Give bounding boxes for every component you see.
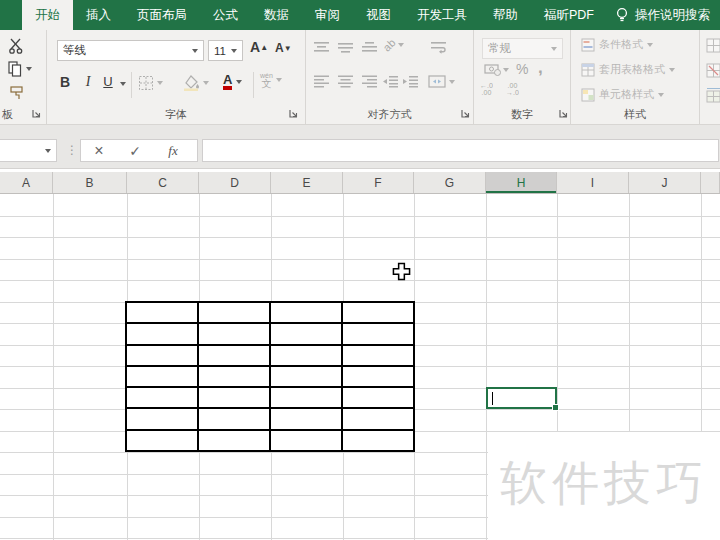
tab-审阅[interactable]: 审阅 <box>302 0 353 30</box>
cut-button[interactable] <box>8 38 25 54</box>
conditional-formatting-button[interactable]: 条件格式 <box>581 37 653 52</box>
decrease-decimal-button[interactable]: .00 →.0 <box>506 82 519 96</box>
table-cell[interactable] <box>126 323 198 344</box>
column-header-A[interactable]: A <box>0 172 53 193</box>
cell-styles-button[interactable]: 单元格样式 <box>581 87 664 102</box>
table-cell[interactable] <box>342 366 414 387</box>
sheet-grid[interactable]: 软件技巧 <box>0 194 720 540</box>
table-cell[interactable] <box>126 408 198 429</box>
top-align-button[interactable] <box>313 41 330 54</box>
tab-开始[interactable]: 开始 <box>22 0 73 30</box>
table-cell[interactable] <box>270 323 342 344</box>
increase-decimal-button[interactable]: ←.0 .00 <box>480 82 493 96</box>
column-header-D[interactable]: D <box>199 172 271 193</box>
table-cell[interactable] <box>270 430 342 451</box>
table-cell[interactable] <box>126 430 198 451</box>
middle-align-button[interactable] <box>337 41 354 54</box>
fill-color-button[interactable] <box>183 75 209 91</box>
wrap-text-button[interactable] <box>430 41 447 54</box>
align-left-button[interactable] <box>313 75 330 88</box>
column-header-J[interactable]: J <box>629 172 701 193</box>
number-format-combo[interactable]: 常规 <box>482 38 563 59</box>
percent-style-button[interactable]: % <box>516 61 528 77</box>
bold-button[interactable]: B <box>57 74 73 90</box>
tab-视图[interactable]: 视图 <box>353 0 404 30</box>
delete-cells-button[interactable] <box>706 63 720 78</box>
center-button[interactable] <box>337 75 354 88</box>
alignment-dialog-launcher[interactable] <box>460 108 471 119</box>
number-dialog-launcher[interactable] <box>558 108 569 119</box>
decrease-font-size-button[interactable]: A▼ <box>275 41 292 55</box>
accounting-format-button[interactable] <box>484 63 509 76</box>
format-painter-button[interactable] <box>9 85 24 101</box>
font-color-button[interactable]: A <box>223 73 242 90</box>
align-right-button[interactable] <box>361 75 378 88</box>
merge-center-button[interactable] <box>428 75 455 88</box>
active-cell[interactable] <box>486 387 557 409</box>
tab-公式[interactable]: 公式 <box>200 0 251 30</box>
increase-indent-button[interactable] <box>402 75 419 88</box>
table-cell[interactable] <box>342 408 414 429</box>
table-cell[interactable] <box>126 387 198 408</box>
bottom-align-button[interactable] <box>361 41 378 54</box>
table-cell[interactable] <box>342 430 414 451</box>
table-cell[interactable] <box>270 345 342 366</box>
column-header-F[interactable]: F <box>343 172 414 193</box>
column-header-C[interactable]: C <box>127 172 199 193</box>
fill-handle[interactable] <box>552 404 559 411</box>
name-box[interactable] <box>0 139 57 162</box>
table-cell[interactable] <box>126 302 198 323</box>
font-dialog-launcher[interactable] <box>288 108 299 119</box>
borders-button[interactable] <box>138 75 163 91</box>
name-box-arrow[interactable] <box>45 149 51 153</box>
insert-cells-button[interactable] <box>706 38 720 53</box>
table-cell[interactable] <box>198 345 270 366</box>
column-header-E[interactable]: E <box>271 172 343 193</box>
tab-数据[interactable]: 数据 <box>251 0 302 30</box>
format-cells-button[interactable] <box>706 88 720 103</box>
tab-插入[interactable]: 插入 <box>73 0 124 30</box>
font-name-combo[interactable]: 等线 <box>57 40 204 61</box>
table-cell[interactable] <box>342 387 414 408</box>
comma-style-button[interactable]: , <box>538 58 543 78</box>
table-cell[interactable] <box>198 408 270 429</box>
table-cell[interactable] <box>198 302 270 323</box>
tab-开发工具[interactable]: 开发工具 <box>404 0 480 30</box>
tab-帮助[interactable]: 帮助 <box>480 0 531 30</box>
table-cell[interactable] <box>126 345 198 366</box>
cancel-button[interactable]: × <box>89 141 109 161</box>
clipboard-dialog-launcher[interactable] <box>31 108 42 119</box>
table-cell[interactable] <box>198 387 270 408</box>
table-cell[interactable] <box>198 323 270 344</box>
column-header-B[interactable]: B <box>53 172 127 193</box>
table-cell[interactable] <box>342 323 414 344</box>
font-size-combo[interactable]: 11 <box>208 40 243 61</box>
decrease-indent-button[interactable] <box>382 75 399 88</box>
tell-me-search[interactable]: 操作说明搜索 <box>615 0 720 30</box>
format-as-table-button[interactable]: 套用表格格式 <box>581 62 675 77</box>
tab-福昕PDF[interactable]: 福昕PDF <box>531 0 607 30</box>
formula-bar-grip[interactable]: ⋮ <box>66 143 78 157</box>
underline-options-arrow[interactable] <box>120 82 126 86</box>
table-cell[interactable] <box>270 387 342 408</box>
underline-button[interactable]: U <box>101 74 115 89</box>
phonetic-guide-button[interactable]: wén 文 <box>260 72 282 88</box>
table-cell[interactable] <box>342 302 414 323</box>
table-cell[interactable] <box>198 430 270 451</box>
insert-function-button[interactable]: fx <box>161 141 185 161</box>
enter-button[interactable]: ✓ <box>125 141 145 161</box>
italic-button[interactable]: I <box>81 74 95 90</box>
column-header-G[interactable]: G <box>414 172 486 193</box>
table-cell[interactable] <box>270 366 342 387</box>
increase-font-size-button[interactable]: A▲ <box>250 39 268 55</box>
table-cell[interactable] <box>270 408 342 429</box>
table-cell[interactable] <box>126 366 198 387</box>
column-header-H[interactable]: H <box>486 172 557 193</box>
orientation-button[interactable]: ab <box>383 39 404 51</box>
table-cell[interactable] <box>270 302 342 323</box>
tab-页面布局[interactable]: 页面布局 <box>124 0 200 30</box>
column-header-partial[interactable] <box>701 172 720 193</box>
formula-input[interactable] <box>202 139 719 162</box>
column-header-I[interactable]: I <box>557 172 629 193</box>
copy-button[interactable] <box>7 61 32 77</box>
